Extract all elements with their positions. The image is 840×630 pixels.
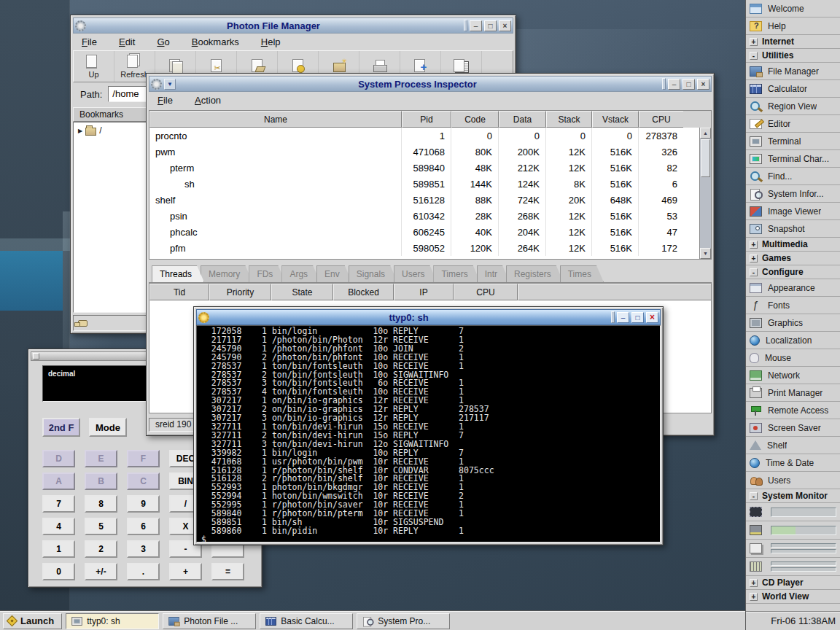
file-manager-titlebar[interactable]: Photon File Manager – □ × (73, 18, 513, 34)
column-header-pid[interactable]: Pid (402, 111, 451, 128)
tab-timers[interactable]: Timers (433, 265, 480, 282)
column-header-data[interactable]: Data (499, 111, 546, 128)
process-row-sh[interactable]: sh589851144K124K8K516K6 (149, 176, 699, 192)
thread-column-header-ip[interactable]: IP (394, 284, 454, 300)
tab-fds[interactable]: FDs (249, 265, 285, 282)
calc-key-4[interactable]: 4 (42, 518, 75, 535)
collapse-icon[interactable]: - (750, 268, 758, 276)
minimize-button[interactable]: – (668, 79, 680, 90)
tab-signals[interactable]: Signals (349, 265, 397, 282)
sidebar-item-help[interactable]: Help (746, 18, 840, 35)
sidebar-item-fonts[interactable]: Fonts (746, 297, 840, 314)
calc-key-D[interactable]: D (42, 450, 75, 467)
column-header-stack[interactable]: Stack (546, 111, 592, 128)
tab-env[interactable]: Env (316, 265, 352, 282)
calc-key-A[interactable]: A (42, 472, 75, 490)
process-row-procnto[interactable]: procnto10000278378 (149, 128, 699, 144)
column-header-name[interactable]: Name (149, 111, 402, 128)
minimize-button[interactable]: – (617, 312, 629, 323)
process-row-shelf[interactable]: shelf51612888K724K20K648K469 (149, 192, 699, 208)
thread-column-header-state[interactable]: State (271, 284, 333, 300)
sidebar-item-users[interactable]: Users (746, 472, 840, 489)
tab-threads[interactable]: Threads (152, 265, 204, 282)
sidebar-group-multimedia[interactable]: +Multimedia (746, 238, 840, 252)
thread-column-header-priority[interactable]: Priority (209, 284, 271, 300)
menu-file[interactable]: File (82, 36, 97, 47)
titlebar-dropdown-button[interactable]: ▼ (164, 79, 176, 90)
calc-key-8[interactable]: 8 (85, 495, 117, 513)
sidebar-item-snapshot[interactable]: Snapshot (746, 220, 840, 238)
process-row-pfm[interactable]: pfm598052120K264K12K516K172 (149, 240, 699, 256)
collapse-icon[interactable]: - (750, 52, 758, 60)
sidebar-item-time---date[interactable]: Time & Date (746, 454, 840, 472)
toolbar-up-button[interactable]: Up (74, 51, 114, 82)
tab-times[interactable]: Times (560, 265, 604, 282)
process-table-scrollbar[interactable]: ▲ ▼ (699, 128, 711, 259)
calc-key-B[interactable]: B (85, 472, 117, 490)
minimize-button[interactable]: – (470, 20, 482, 31)
window-menu-gear-icon[interactable] (151, 79, 162, 90)
sidebar-group-world-view[interactable]: +World View (746, 590, 840, 604)
sidebar-item-terminal-char---[interactable]: Terminal Char... (746, 150, 840, 168)
sidebar-item-welcome[interactable]: Welcome (746, 0, 840, 18)
sidebar-group-cd-player[interactable]: +CD Player (746, 576, 840, 590)
scrollbar-thumb[interactable] (701, 139, 710, 177)
expand-icon[interactable]: + (750, 241, 758, 249)
process-row-pterm[interactable]: pterm58984048K212K12K516K82 (149, 160, 699, 176)
window-menu-box-icon[interactable] (33, 353, 39, 359)
sidebar-item-screen-saver[interactable]: Screen Saver (746, 419, 840, 437)
calc-key-2[interactable]: 2 (85, 540, 117, 558)
sidebar-item-appearance[interactable]: Appearance (746, 279, 840, 297)
menu-action[interactable]: Action (195, 95, 221, 106)
calc-mode-button[interactable]: Mode (89, 418, 127, 437)
calc-key-1[interactable]: 1 (42, 540, 75, 558)
calc-key-blank[interactable]: + (169, 563, 202, 580)
process-row-pwm[interactable]: pwm47106880K200K12K516K326 (149, 144, 699, 160)
task-button-basiccalcu[interactable]: Basic Calcu... (260, 613, 353, 629)
window-menu-gear-icon[interactable] (75, 20, 86, 31)
expand-triangle-icon[interactable]: ▶ (78, 128, 82, 134)
tab-users[interactable]: Users (394, 265, 437, 282)
process-inspector-titlebar[interactable]: ▼ System Process Inspector – □ × (149, 76, 712, 92)
sidebar-item-remote-access[interactable]: Remote Access (746, 402, 840, 419)
menu-edit[interactable]: Edit (119, 36, 135, 47)
calc-key-9[interactable]: 9 (127, 495, 160, 513)
task-button-ttyp0sh[interactable]: ttyp0: sh (66, 613, 159, 629)
menu-help[interactable]: Help (261, 36, 281, 47)
menu-file[interactable]: File (158, 95, 173, 106)
calc-key-7[interactable]: 7 (42, 495, 75, 513)
window-menu-gear-icon[interactable] (198, 312, 209, 323)
tab-args[interactable]: Args (281, 265, 320, 282)
sidebar-group-system-monitor[interactable]: -System Monitor (746, 489, 840, 503)
sidebar-item-mouse[interactable]: Mouse (746, 349, 840, 367)
close-button[interactable]: × (499, 20, 511, 31)
scroll-down-icon[interactable]: ▼ (700, 248, 711, 259)
sidebar-item-calculator[interactable]: Calculator (746, 80, 840, 98)
column-header-vstack[interactable]: Vstack (592, 111, 639, 128)
sidebar-item-find---[interactable]: Find... (746, 168, 840, 185)
calc-key-3[interactable]: 3 (127, 540, 160, 558)
calc-key-blank[interactable]: +/- (85, 563, 117, 580)
task-button-systempro[interactable]: System Pro... (357, 613, 450, 629)
maximize-button[interactable]: □ (631, 312, 644, 323)
close-button[interactable]: × (697, 79, 709, 90)
sidebar-group-utilities[interactable]: -Utilities (746, 49, 840, 63)
thread-column-header-cpu[interactable]: CPU (454, 284, 518, 300)
sidebar-group-internet[interactable]: +Internet (746, 35, 840, 49)
column-header-cpu[interactable]: CPU (639, 111, 683, 128)
calc-key-6[interactable]: 6 (127, 518, 160, 535)
sidebar-item-network[interactable]: Network (746, 367, 840, 384)
calc-key-C[interactable]: C (127, 472, 160, 490)
sidebar-item-region-view[interactable]: Region View (746, 98, 840, 115)
sidebar-group-games[interactable]: +Games (746, 252, 840, 265)
process-row-phcalc[interactable]: phcalc60624540K204K12K516K47 (149, 224, 699, 240)
scrollbar-track[interactable] (700, 178, 711, 248)
terminal-screen[interactable]: 172058 1 bin/login 10o REPLY 7 217117 1 … (196, 325, 661, 542)
thread-column-header-tid[interactable]: Tid (149, 284, 209, 300)
tab-registers[interactable]: Registers (506, 265, 564, 282)
calc-key-F[interactable]: F (127, 450, 160, 467)
expand-icon[interactable]: + (750, 593, 758, 601)
task-button-photonfile[interactable]: Photon File ... (163, 613, 256, 629)
sidebar-group-configure[interactable]: -Configure (746, 265, 840, 279)
calc-key-5[interactable]: 5 (85, 518, 117, 535)
